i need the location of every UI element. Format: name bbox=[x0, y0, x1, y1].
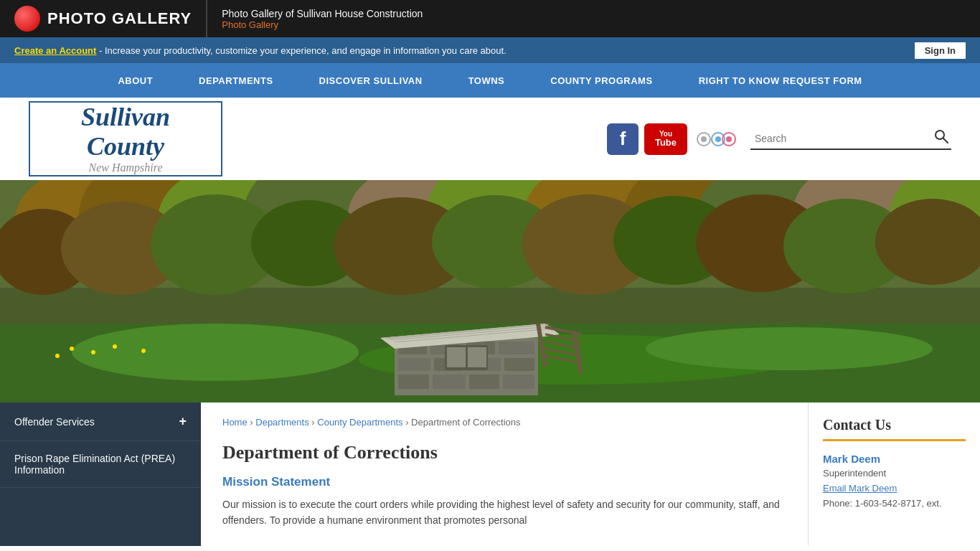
top-bar-logo-area: PHOTO GALLERY bbox=[0, 6, 206, 32]
breadcrumb: Home › Departments › County Departments … bbox=[222, 417, 786, 428]
app-title: PHOTO GALLERY bbox=[47, 9, 192, 28]
svg-point-33 bbox=[72, 324, 359, 381]
main-content: Home › Departments › County Departments … bbox=[201, 402, 808, 546]
create-account-link[interactable]: Create an Account bbox=[14, 45, 96, 56]
mission-section-title: Mission Statement bbox=[222, 475, 786, 489]
search-button[interactable] bbox=[931, 128, 951, 149]
svg-point-38 bbox=[113, 344, 117, 349]
nav-item-about[interactable]: ABOUT bbox=[95, 63, 176, 98]
svg-rect-52 bbox=[469, 375, 499, 389]
gallery-page-subtitle[interactable]: Photo Gallery bbox=[222, 19, 423, 30]
contact-email-link[interactable]: Email Mark Deem bbox=[823, 483, 966, 494]
page-title: Department of Corrections bbox=[222, 442, 786, 463]
account-bar-message: Create an Account - Increase your produc… bbox=[14, 45, 507, 56]
contact-role: Superintendent bbox=[823, 468, 966, 479]
breadcrumb-home[interactable]: Home bbox=[222, 417, 248, 428]
facebook-icon[interactable]: f bbox=[607, 123, 639, 155]
hero-svg bbox=[0, 180, 980, 402]
logo-inner: Sullivan County New Hampshire bbox=[81, 103, 170, 175]
content-area: Offender Services + Prison Rape Eliminat… bbox=[0, 402, 980, 546]
svg-point-40 bbox=[141, 349, 146, 353]
extra-social-svg bbox=[693, 123, 736, 155]
mission-body: Our mission is to execute the court orde… bbox=[222, 496, 786, 529]
svg-point-1 bbox=[701, 136, 707, 142]
nav-item-county-programs[interactable]: COUNTY PROGRAMS bbox=[527, 63, 675, 98]
hero-image bbox=[0, 180, 980, 402]
sidebar-item-prea-label: Prison Rape Elimination Act (PREA) Infor… bbox=[14, 453, 187, 476]
svg-line-7 bbox=[943, 138, 948, 143]
svg-rect-60 bbox=[447, 347, 466, 367]
red-circle-icon bbox=[14, 6, 40, 32]
gallery-page-title: Photo Gallery of Sullivan House Construc… bbox=[222, 8, 423, 19]
search-input[interactable] bbox=[750, 130, 931, 147]
svg-point-5 bbox=[726, 136, 732, 142]
account-bar-description: - Increase your productivity, customize … bbox=[96, 45, 506, 56]
contact-title: Contact Us bbox=[823, 417, 966, 433]
sidebar-item-expand-icon: + bbox=[179, 414, 187, 429]
logo-county: County bbox=[81, 131, 170, 161]
extra-social-icons bbox=[693, 123, 736, 155]
logo-nh: New Hampshire bbox=[81, 161, 170, 174]
account-bar: Create an Account - Increase your produc… bbox=[0, 37, 980, 63]
youtube-icon[interactable]: You Tube bbox=[644, 123, 687, 155]
nav-item-discover[interactable]: DISCOVER SULLIVAN bbox=[296, 63, 446, 98]
logo-box: Sullivan County New Hampshire bbox=[29, 101, 222, 176]
svg-point-6 bbox=[936, 131, 944, 139]
svg-point-3 bbox=[715, 136, 721, 142]
breadcrumb-current: Department of Corrections bbox=[411, 417, 520, 428]
search-area bbox=[750, 128, 951, 150]
sidebar-item-prea[interactable]: Prison Rape Elimination Act (PREA) Infor… bbox=[0, 441, 201, 488]
svg-rect-51 bbox=[433, 375, 466, 389]
svg-rect-45 bbox=[499, 342, 534, 354]
sidebar-item-offender-label: Offender Services bbox=[14, 416, 95, 428]
search-icon bbox=[934, 129, 948, 143]
breadcrumb-sep3: › bbox=[405, 417, 411, 428]
sign-in-button[interactable]: Sign In bbox=[915, 42, 966, 59]
svg-point-39 bbox=[55, 354, 60, 358]
nav-item-right-to-know[interactable]: RIGHT TO KNOW REQUEST FORM bbox=[676, 63, 885, 98]
contact-name[interactable]: Mark Deem bbox=[823, 453, 966, 465]
nav-item-departments[interactable]: DEPARTMENTS bbox=[176, 63, 296, 98]
breadcrumb-county-departments[interactable]: County Departments bbox=[317, 417, 402, 428]
svg-rect-50 bbox=[398, 375, 429, 389]
contact-phone: Phone: 1-603-542-8717, ext. bbox=[823, 498, 966, 509]
contact-sidebar: Contact Us Mark Deem Superintendent Emai… bbox=[808, 402, 980, 546]
nav-item-towns[interactable]: TOWNS bbox=[446, 63, 528, 98]
header-area: Sullivan County New Hampshire f You Tube bbox=[0, 98, 980, 180]
svg-point-37 bbox=[91, 350, 95, 354]
social-icons: f You Tube bbox=[607, 123, 736, 155]
breadcrumb-departments[interactable]: Departments bbox=[255, 417, 308, 428]
header-right: f You Tube bbox=[607, 123, 951, 155]
svg-point-35 bbox=[646, 327, 933, 370]
svg-rect-61 bbox=[468, 347, 486, 367]
svg-rect-49 bbox=[504, 358, 534, 371]
logo-sullivan: Sullivan bbox=[81, 103, 170, 132]
nav-bar: ABOUT DEPARTMENTS DISCOVER SULLIVAN TOWN… bbox=[0, 63, 980, 98]
svg-point-36 bbox=[70, 347, 74, 351]
contact-divider bbox=[823, 439, 966, 441]
sidebar: Offender Services + Prison Rape Eliminat… bbox=[0, 402, 201, 546]
top-bar: PHOTO GALLERY Photo Gallery of Sullivan … bbox=[0, 0, 980, 37]
svg-rect-46 bbox=[398, 358, 430, 371]
top-bar-info: Photo Gallery of Sullivan House Construc… bbox=[207, 2, 437, 36]
sidebar-item-offender-services[interactable]: Offender Services + bbox=[0, 402, 201, 441]
svg-rect-53 bbox=[503, 375, 534, 389]
